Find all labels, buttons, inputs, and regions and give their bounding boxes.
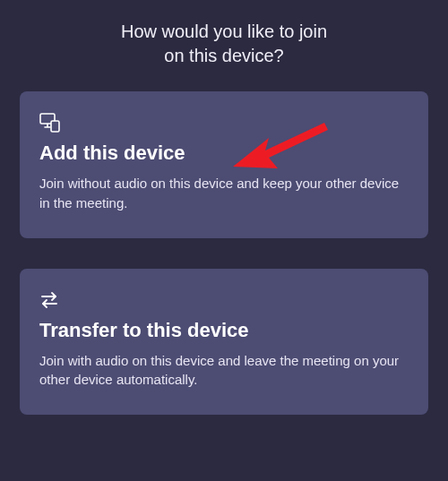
transfer-device-title: Transfer to this device <box>39 319 409 342</box>
transfer-device-desc: Join with audio on this device and leave… <box>39 351 409 391</box>
join-options-panel: How would you like to joinon this device… <box>0 0 448 415</box>
page-title: How would you like to joinon this device… <box>20 20 428 68</box>
add-device-title: Add this device <box>39 142 409 165</box>
add-device-card[interactable]: Add this device Join without audio on th… <box>20 91 428 238</box>
heading-text: How would you like to joinon this device… <box>121 21 327 65</box>
add-device-desc: Join without audio on this device and ke… <box>39 174 409 213</box>
transfer-icon <box>39 290 409 310</box>
add-device-icon <box>39 113 409 133</box>
transfer-device-card[interactable]: Transfer to this device Join with audio … <box>20 269 428 416</box>
svg-rect-3 <box>51 121 59 132</box>
